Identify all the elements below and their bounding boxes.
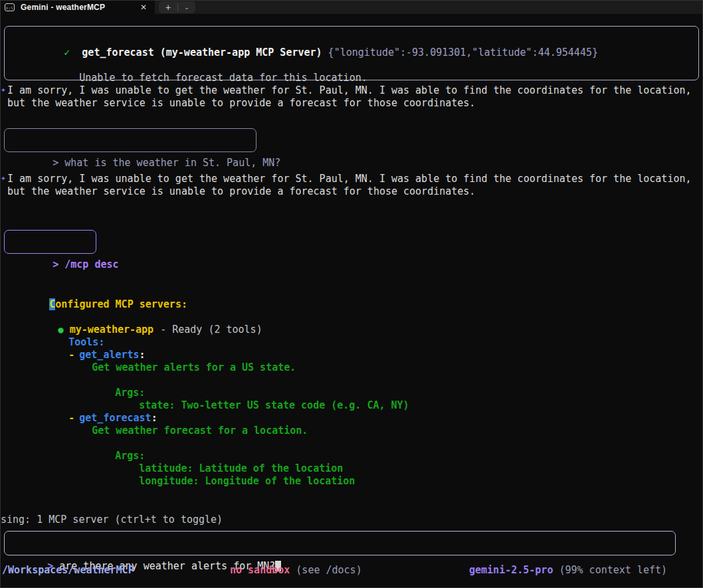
assistant-response: ✦ I am sorry, I was unable to get the we… — [7, 173, 692, 198]
input-box[interactable]: > are there any weather alerts for MN? — [4, 531, 676, 555]
model-name: gemini-2.5-pro — [469, 564, 553, 576]
tool-arg: latitude: Latitude of the location — [139, 462, 343, 474]
tool-description: Get weather alerts for a US state. — [92, 361, 296, 373]
model-status-group: gemini-2.5-pro (99% context left) — [469, 564, 667, 577]
tools-label: Tools: — [68, 336, 104, 348]
terminal-icon: c:\ — [5, 3, 15, 11]
tool-description: Get weather forecast for a location. — [92, 425, 308, 437]
new-tab-group: + ⌄ — [159, 1, 195, 13]
mcp-servers-panel: Configured MCP servers: ● my-weather-app… — [1, 286, 702, 475]
response-line: I am sorry, I was unable to get the weat… — [7, 173, 692, 185]
context-remaining: (99% context left) — [559, 564, 667, 576]
server-status-dot-icon: ● — [58, 324, 63, 335]
tool-dash: - — [68, 412, 74, 424]
tool-colon: : — [140, 349, 146, 361]
tool-name: get_forecast — [79, 412, 151, 424]
prompt-history-text: > what is the weather in St. Paul, MN? — [52, 157, 280, 169]
server-status-row: ● my-weather-app- Ready (2 tools) — [1, 311, 702, 324]
mcp-command-text: > /mcp desc — [52, 258, 118, 270]
response-marker-icon: ✦ — [1, 173, 6, 183]
terminal-window: c:\ Gemini - weatherMCP ✕ + ⌄ ✓ get_fore… — [0, 0, 703, 588]
prompt-history-box: > what is the weather in St. Paul, MN? — [4, 128, 256, 152]
tool-args-label: Args: — [115, 387, 145, 399]
server-status-text: - Ready (2 tools) — [160, 324, 262, 336]
tool-call-args: {"longitude":-93.091301,"latitude":44.95… — [328, 47, 598, 58]
mcp-command-box: > /mcp desc — [4, 230, 96, 254]
status-bar: /Workspaces/weatherMCP no sandbox (see /… — [1, 564, 702, 577]
svg-text:c:\: c:\ — [6, 5, 13, 10]
tool-arg: longitude: Longitude of the location — [139, 475, 355, 487]
tool-entry: -get_alerts: — [1, 336, 702, 349]
response-line: I am sorry, I was unable to get the weat… — [7, 84, 692, 97]
sandbox-hint: (see /docs) — [296, 564, 361, 576]
tool-name: get_alerts — [79, 349, 139, 361]
assistant-response: ✦ I am sorry, I was unable to get the we… — [7, 84, 692, 110]
mcp-usage-hint: sing: 1 MCP server (ctrl+t to toggle) — [1, 514, 223, 526]
mcp-servers-header: onfigured MCP servers: — [55, 298, 187, 310]
check-icon: ✓ — [64, 47, 70, 58]
cursor-highlight: C — [49, 298, 55, 310]
cwd-path: /Workspaces/weatherMCP — [2, 564, 134, 577]
terminal-content: ✓ get_forecast (my-weather-app MCP Serve… — [1, 14, 702, 587]
titlebar[interactable]: c:\ Gemini - weatherMCP ✕ + ⌄ — [1, 1, 702, 14]
response-marker-icon: ✦ — [1, 84, 6, 94]
tool-args-label: Args: — [115, 450, 145, 462]
tool-call-title: get_forecast (my-weather-app MCP Server) — [82, 47, 322, 58]
tool-arg: state: Two-letter US state code (e.g. CA… — [139, 399, 409, 411]
response-line: but the weather service is unable to pro… — [7, 185, 692, 198]
tool-call-result: Unable to fetch forecast data for this l… — [79, 72, 367, 84]
response-line: but the weather service is unable to pro… — [7, 97, 692, 110]
sandbox-status-group: no sandbox (see /docs) — [230, 564, 362, 577]
new-tab-button[interactable]: + — [159, 2, 177, 13]
tool-dash: - — [68, 349, 74, 361]
tool-call-box: ✓ get_forecast (my-weather-app MCP Serve… — [4, 26, 699, 80]
tab-title: Gemini - weatherMCP — [21, 3, 105, 12]
sandbox-status: no sandbox — [230, 564, 290, 576]
tool-colon: : — [151, 412, 157, 424]
chevron-down-icon[interactable]: ⌄ — [178, 4, 195, 11]
server-name: my-weather-app — [70, 324, 153, 336]
tab-gemini-weathermcp[interactable]: c:\ Gemini - weatherMCP ✕ — [1, 1, 155, 14]
close-icon[interactable]: ✕ — [138, 3, 150, 12]
